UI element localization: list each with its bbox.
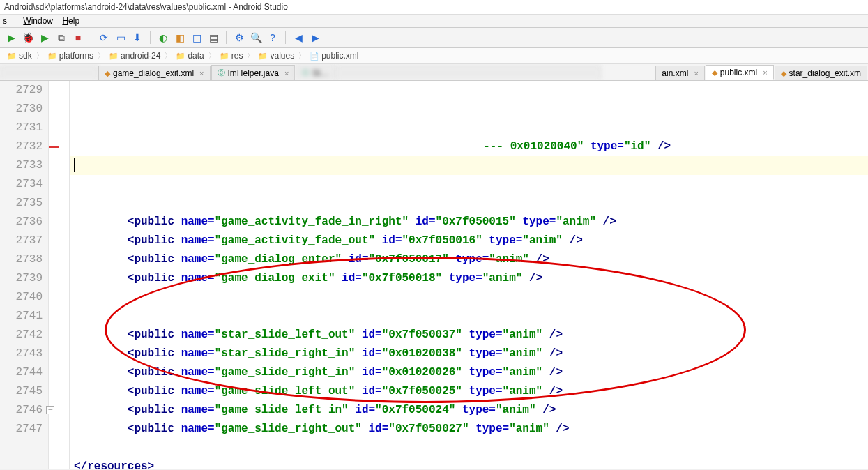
menu-window[interactable]: Window — [23, 16, 53, 26]
search-icon[interactable]: 🔍 — [249, 31, 263, 45]
chevron-right-icon: 〉 — [98, 51, 105, 61]
crumb-values[interactable]: 📁values — [255, 50, 297, 61]
window-titlebar: Android\sdk\platforms\android-24\data\re… — [0, 0, 868, 15]
avd-manager-icon[interactable]: ▭ — [114, 31, 128, 45]
run-icon[interactable]: ▶ — [4, 31, 18, 45]
line-number: 2740 — [3, 288, 43, 307]
project-structure-icon[interactable]: ⚙ — [232, 31, 246, 45]
code-line[interactable] — [70, 288, 868, 307]
xml-file-icon: ◆ — [781, 69, 786, 78]
fold-collapse-icon[interactable]: − — [46, 406, 54, 414]
debug-icon[interactable]: 🐞 — [21, 31, 35, 45]
close-icon[interactable]: × — [763, 68, 767, 77]
close-icon[interactable]: × — [199, 69, 204, 77]
java-file-icon: ⓒ — [302, 68, 310, 78]
help-icon[interactable]: ? — [266, 31, 280, 45]
folder-icon: 📁 — [109, 52, 119, 61]
fold-margin: − — [49, 81, 70, 469]
tab-blurred-left[interactable] — [0, 66, 98, 80]
crumb-public-xml[interactable]: 📄public.xml — [307, 50, 361, 61]
code-line[interactable]: <public name="game_slide_right_in" id="0… — [70, 363, 868, 382]
chevron-right-icon: 〉 — [298, 51, 305, 61]
code-line[interactable]: --- 0x01020040" type="id" /> — [70, 137, 868, 156]
code-editor[interactable]: 2729273027312732273327342735273627372738… — [0, 81, 868, 469]
editor-tabs: ◆ game_dialog_exit.xml × ⓒ ImHelper.java… — [0, 64, 868, 81]
line-number: 2743 — [3, 344, 43, 363]
android-monitor-icon[interactable]: ◐ — [156, 31, 170, 45]
tab-imhelper[interactable]: ⓒ ImHelper.java × — [211, 65, 296, 80]
xml-file-icon: ◆ — [712, 68, 717, 77]
menu-bar: s Window Help — [0, 15, 868, 28]
forward-icon[interactable]: ▶ — [308, 31, 322, 45]
tab-label: St… — [312, 68, 328, 78]
code-line[interactable]: <public name="game_slide_right_out" id="… — [70, 420, 868, 439]
java-file-icon: ⓒ — [218, 68, 225, 78]
line-number: 2745 — [3, 382, 43, 401]
folder-icon: 📁 — [7, 52, 17, 61]
code-line[interactable]: </resources> — [70, 457, 868, 469]
chevron-right-icon: 〉 — [208, 51, 215, 61]
code-line[interactable] — [70, 156, 868, 175]
sync-project-icon[interactable]: ⟳ — [97, 31, 111, 45]
chevron-right-icon: 〉 — [36, 51, 43, 61]
code-line[interactable]: <public name="star_slide_left_out" id="0… — [70, 326, 868, 344]
back-icon[interactable]: ◀ — [291, 31, 305, 45]
code-area[interactable]: --- 0x01020040" type="id" /> <public nam… — [70, 81, 868, 469]
device-file-explorer-icon[interactable]: ▤ — [206, 31, 220, 45]
line-number-gutter: 2729273027312732273327342735273627372738… — [0, 81, 49, 469]
code-line[interactable]: <public name="game_activity_fade_out" id… — [70, 232, 868, 250]
layout-inspector-icon[interactable]: ◫ — [190, 31, 204, 45]
window-title: Android\sdk\platforms\android-24\data\re… — [4, 2, 288, 12]
menu-help[interactable]: Help — [62, 16, 79, 26]
menu-tools[interactable]: s — [3, 16, 14, 26]
crumb-android-24[interactable]: 📁android-24 — [106, 50, 163, 61]
change-marker — [49, 146, 59, 148]
code-line[interactable]: <public name="game_activity_fade_in_righ… — [70, 213, 868, 232]
stop-icon[interactable]: ■ — [71, 31, 85, 45]
code-line[interactable] — [70, 175, 868, 194]
code-line[interactable] — [70, 194, 868, 213]
line-number: 2742 — [3, 326, 43, 344]
tab-label: ImHelper.java — [228, 68, 279, 78]
code-line[interactable]: <public name="game_slide_left_out" id="0… — [70, 382, 868, 401]
close-icon[interactable]: × — [284, 69, 289, 77]
code-line[interactable]: <public name="star_slide_right_in" id="0… — [70, 344, 868, 363]
tab-game-dialog-exit[interactable]: ◆ game_dialog_exit.xml × — [98, 66, 211, 80]
file-icon: 📄 — [310, 52, 319, 61]
line-number: 2741 — [3, 307, 43, 326]
line-number: 2734 — [3, 175, 43, 194]
code-line[interactable] — [70, 439, 868, 457]
code-line[interactable]: <public name="game_dialog_exit" id="0x7f… — [70, 269, 868, 288]
attach-debugger-icon[interactable]: ⧉ — [54, 31, 68, 45]
tab-label: public.xml — [720, 68, 757, 77]
tab-blurred-star[interactable]: ⓒ St… — [296, 65, 335, 80]
line-number: 2738 — [3, 250, 43, 269]
crumb-platforms[interactable]: 📁platforms — [45, 50, 96, 61]
tab-public-xml[interactable]: ◆ public.xml × — [706, 65, 774, 80]
code-line[interactable] — [70, 307, 868, 326]
sdk-manager-icon[interactable]: ⬇ — [130, 31, 144, 45]
line-number: 2737 — [3, 232, 43, 250]
line-number: 2729 — [3, 81, 43, 100]
main-toolbar: ▶ 🐞 ▶ ⧉ ■ ⟳ ▭ ⬇ ◐ ◧ ◫ ▤ ⚙ 🔍 ? ◀ ▶ — [0, 28, 868, 48]
crumb-sdk[interactable]: 📁sdk — [4, 50, 35, 61]
line-number: 2731 — [3, 119, 43, 137]
toolbar-separator — [285, 31, 286, 44]
run-coverage-icon[interactable]: ▶ — [38, 31, 52, 45]
tab-label: star_dialog_exit.xm — [789, 68, 861, 78]
line-number: 2746 — [3, 401, 43, 420]
code-line[interactable]: <public name="game_dialog_enter" id="0x7… — [70, 250, 868, 269]
crumb-res[interactable]: 📁res — [217, 50, 246, 61]
tab-blurred-mid[interactable] — [336, 66, 601, 80]
line-number: 2736 — [3, 213, 43, 232]
capture-icon[interactable]: ◧ — [173, 31, 187, 45]
code-line[interactable]: <public name="game_slide_left_in" id="0x… — [70, 401, 868, 420]
chevron-right-icon: 〉 — [165, 51, 172, 61]
folder-icon: 📁 — [176, 52, 185, 61]
tab-star-dialog-exit[interactable]: ◆ star_dialog_exit.xm — [775, 66, 867, 80]
line-number: 2744 — [3, 363, 43, 382]
close-icon[interactable]: × — [694, 69, 698, 77]
tab-ain[interactable]: ain.xml × — [655, 66, 704, 80]
crumb-data[interactable]: 📁data — [173, 50, 206, 61]
folder-icon: 📁 — [47, 52, 57, 61]
